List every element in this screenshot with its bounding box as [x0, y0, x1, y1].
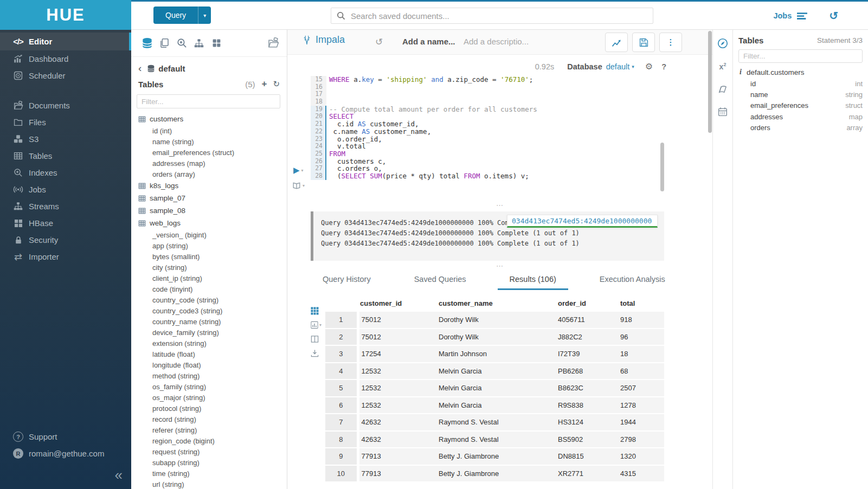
documents-assist-icon[interactable] — [158, 37, 170, 49]
tree-column-item[interactable]: name (string) — [138, 136, 287, 147]
sidebar-item-security[interactable]: Security — [0, 231, 131, 248]
tree-column-item[interactable]: latitude (float) — [138, 349, 287, 359]
tree-column-item[interactable]: method (string) — [138, 370, 287, 381]
sidebar-item-jobs[interactable]: Jobs — [0, 181, 131, 198]
table-row[interactable]: 1077913Betty J. GiambroneXR27714315 — [325, 465, 664, 482]
tree-table-item[interactable]: k8s_logs — [138, 179, 287, 192]
results-column-header[interactable]: customer_id — [358, 294, 436, 312]
tree-column-item[interactable]: country_name (string) — [138, 316, 287, 327]
chart-button[interactable] — [605, 33, 628, 52]
table-row[interactable]: 175012Dorothy Wilk4056711918 — [325, 312, 664, 329]
sidebar-item-importer[interactable]: ⇄ Importer — [0, 248, 131, 265]
table-row[interactable]: 275012Dorothy WilkJ882C296 — [325, 329, 664, 346]
query-dropdown-caret[interactable]: ▾ — [198, 7, 211, 24]
editor-history-icon[interactable]: ↺ — [375, 36, 383, 48]
presentation-mode-icon[interactable]: ▾ — [292, 182, 305, 189]
results-column-header[interactable]: order_id — [556, 294, 618, 312]
more-actions-button[interactable]: ⋮ — [659, 33, 682, 52]
tree-column-item[interactable]: bytes (smallint) — [138, 251, 287, 262]
execute-caret-icon[interactable]: ▾ — [301, 168, 304, 173]
tree-column-item[interactable]: client_ip (string) — [138, 273, 287, 284]
editor-scrollbar[interactable] — [660, 143, 664, 191]
hierarchy-icon[interactable] — [193, 37, 205, 49]
apps-grid-icon[interactable] — [210, 37, 222, 49]
code-editor[interactable]: 15WHERE a.key = 'shipping' and a.zip_cod… — [311, 76, 537, 180]
tree-column-item[interactable]: app (string) — [138, 240, 287, 251]
sidebar-item-documents[interactable]: Documents — [0, 97, 131, 114]
chart-type-caret-icon[interactable]: ▾ — [319, 323, 322, 327]
databases-icon[interactable] — [141, 37, 153, 49]
schedule-calendar-icon[interactable] — [713, 102, 732, 121]
add-name-field[interactable]: Add a name... — [402, 37, 455, 46]
assistant-compass-icon[interactable] — [713, 34, 732, 53]
tree-column-item[interactable]: code (tinyint) — [138, 284, 287, 294]
columns-view-icon[interactable] — [311, 335, 322, 343]
tree-column-item[interactable]: id (int) — [138, 125, 287, 136]
sidebar-item-tables[interactable]: Tables — [0, 147, 131, 164]
hue-logo[interactable]: HUE — [0, 0, 131, 30]
tree-column-item[interactable]: extension (string) — [138, 338, 287, 349]
tree-table-item[interactable]: customers — [138, 113, 287, 125]
tree-column-item[interactable]: os_major (string) — [138, 392, 287, 403]
new-query-button[interactable]: Query ▾ — [153, 7, 211, 24]
jobs-link[interactable]: Jobs — [773, 11, 792, 20]
assist-column-row[interactable]: addressesmap — [738, 111, 863, 122]
assist-column-row[interactable]: namestring — [738, 89, 863, 100]
main-scrollbar[interactable] — [708, 31, 712, 133]
grid-view-icon[interactable] — [311, 307, 322, 315]
engine-selector[interactable]: Impala — [303, 34, 345, 46]
tree-column-item[interactable]: url (string) — [138, 479, 287, 489]
tab-query-history[interactable]: Query History — [311, 275, 383, 290]
table-row[interactable]: 512532Melvin GarciaB8623C2507 — [325, 379, 664, 397]
sidebar-item-indexes[interactable]: Indexes — [0, 164, 131, 181]
sidebar-item-support[interactable]: ? Support — [0, 428, 131, 445]
query-id-popup[interactable]: 034d413ec7474ed5:4249de1000000000 — [507, 215, 658, 228]
resize-handle-top[interactable]: ⋯ — [287, 203, 712, 209]
tables-filter-input[interactable] — [137, 94, 280, 108]
assist-column-row[interactable]: idint — [738, 78, 863, 89]
database-name[interactable]: default — [158, 64, 185, 73]
sidebar-collapse-button[interactable]: « — [115, 467, 123, 484]
settings-gear-icon[interactable]: ⚙ — [645, 61, 653, 72]
download-icon[interactable] — [311, 349, 322, 357]
table-row[interactable]: 742632Raymond S. VestalHS31241944 — [325, 414, 664, 431]
zoom-in-icon[interactable] — [176, 37, 188, 49]
sidebar-item-dashboard[interactable]: Dashboard — [0, 50, 131, 67]
language-reference-icon[interactable] — [713, 80, 732, 98]
resize-handle-bottom[interactable]: ⋯ — [287, 264, 712, 269]
refresh-icon[interactable]: ↻ — [273, 79, 280, 89]
tab-saved-queries[interactable]: Saved Queries — [402, 275, 478, 290]
assist-column-row[interactable]: email_preferencesstruct — [738, 100, 863, 111]
assist-column-row[interactable]: ordersarray — [738, 123, 863, 133]
projects-folder-icon[interactable] — [268, 37, 279, 49]
table-row[interactable]: 612532Melvin GarciaR9S8381278 — [325, 397, 664, 414]
tree-column-item[interactable]: referer (string) — [138, 424, 287, 435]
tree-column-item[interactable]: subapp (string) — [138, 457, 287, 468]
back-chevron-icon[interactable]: ‹ — [138, 62, 142, 74]
tab-execution-analysis[interactable]: Execution Analysis — [588, 275, 677, 290]
tree-column-item[interactable]: request (string) — [138, 446, 287, 457]
tree-column-item[interactable]: record (string) — [138, 414, 287, 424]
tab-results-106-[interactable]: Results (106) — [498, 275, 568, 290]
tree-column-item[interactable]: longitude (float) — [138, 359, 287, 370]
save-button[interactable] — [632, 33, 655, 52]
sidebar-item-editor[interactable]: </> Editor — [0, 33, 131, 50]
sidebar-item-streams[interactable]: Streams — [0, 198, 131, 215]
right-filter-input[interactable] — [738, 49, 863, 63]
tree-column-item[interactable]: region_code (bigint) — [138, 435, 287, 446]
table-row[interactable]: 412532Melvin GarciaPB626868 — [325, 363, 664, 380]
tree-column-item[interactable]: device_family (string) — [138, 327, 287, 338]
chart-view-icon[interactable]: ▾ — [311, 321, 322, 329]
table-row[interactable]: 317254Martin JohnsonI72T3918 — [325, 345, 664, 363]
tree-column-item[interactable]: os_family (string) — [138, 381, 287, 392]
help-icon[interactable]: ? — [661, 62, 666, 71]
tree-table-item[interactable]: sample_07 — [138, 192, 287, 204]
functions-icon[interactable]: x2 — [713, 57, 732, 75]
sidebar-item-scheduler[interactable]: Scheduler — [0, 67, 131, 84]
tree-column-item[interactable]: country_code3 (string) — [138, 305, 287, 316]
add-description-field[interactable]: Add a descriptio... — [464, 37, 529, 46]
execute-button[interactable]: ▶▾ — [293, 165, 304, 175]
sidebar-item-files[interactable]: Files — [0, 114, 131, 131]
add-table-icon[interactable]: + — [261, 79, 267, 89]
tree-table-item[interactable]: sample_08 — [138, 204, 287, 217]
